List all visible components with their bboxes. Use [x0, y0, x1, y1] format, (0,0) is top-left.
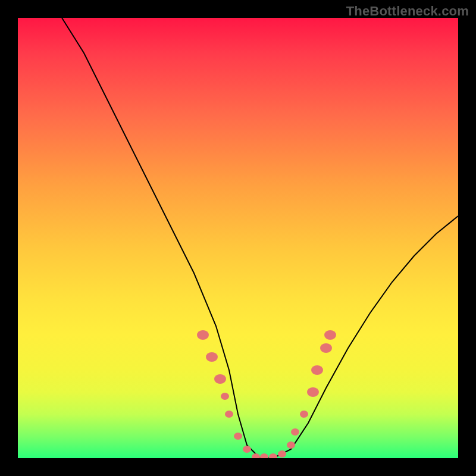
chart-frame: TheBottleneck.com [0, 0, 476, 476]
plot-area [18, 18, 458, 458]
svg-point-14 [307, 387, 319, 397]
svg-point-17 [324, 330, 336, 340]
curve-path [62, 18, 458, 458]
svg-point-10 [278, 450, 286, 458]
svg-point-9 [269, 453, 277, 458]
svg-point-15 [311, 365, 323, 375]
svg-point-7 [252, 453, 260, 458]
svg-point-16 [320, 343, 332, 353]
svg-point-12 [291, 428, 299, 436]
svg-point-13 [300, 411, 308, 418]
svg-point-11 [287, 441, 295, 449]
svg-point-5 [234, 433, 242, 440]
svg-point-4 [225, 411, 233, 418]
svg-point-3 [221, 393, 229, 400]
svg-point-8 [260, 453, 268, 458]
svg-point-0 [197, 330, 209, 340]
bottleneck-curve [18, 18, 458, 458]
marker-group [197, 330, 336, 458]
watermark-text: TheBottleneck.com [346, 4, 469, 19]
svg-point-6 [243, 446, 251, 453]
svg-point-1 [206, 352, 218, 362]
svg-point-2 [214, 374, 226, 384]
